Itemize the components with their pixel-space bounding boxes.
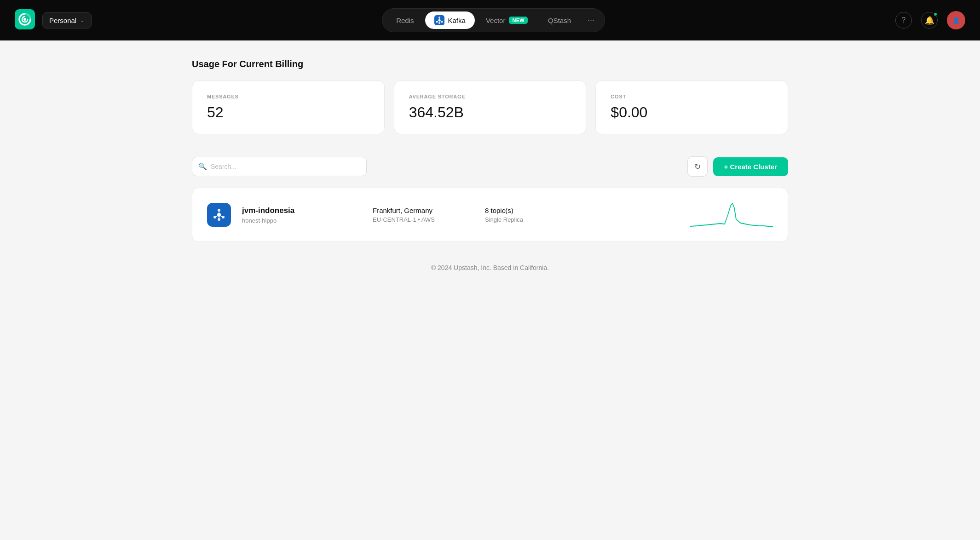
more-button[interactable]: ··· [582,12,600,29]
cluster-logo [207,203,231,227]
cluster-chart [579,201,773,229]
cluster-location: Frankfurt, Germany EU-CENTRAL-1 • AWS [373,207,474,223]
storage-value: 364.52B [409,104,571,121]
search-wrapper: 🔍 [192,157,367,176]
toolbar: 🔍 ↻ + Create Cluster [192,156,788,177]
search-input[interactable] [192,157,367,176]
svg-point-14 [218,218,220,221]
nav-tabs: Redis Kafka [382,8,605,32]
cluster-location-sub: EU-CENTRAL-1 • AWS [373,216,474,223]
svg-point-15 [213,216,216,218]
avatar[interactable]: 👤 [947,11,965,29]
storage-label: AVERAGE STORAGE [409,94,571,99]
qstash-tab-label: QStash [548,17,571,24]
cost-value: $0.00 [611,104,773,121]
help-icon: ? [902,16,906,24]
create-cluster-button[interactable]: + Create Cluster [713,157,788,176]
billing-title: Usage For Current Billing [192,59,788,69]
cluster-info: jvm-indonesia honest-hippo [242,206,362,224]
billing-cards: MESSAGES 52 AVERAGE STORAGE 364.52B COST… [192,80,788,134]
navbar-left: Personal ⌄ [15,9,92,31]
svg-point-12 [217,213,221,217]
cluster-topics: 8 topic(s) Single Replica [485,207,568,223]
kafka-tab-label: Kafka [448,17,466,24]
cluster-list: jvm-indonesia honest-hippo Frankfurt, Ge… [192,188,788,242]
avatar-initials: 👤 [952,17,960,24]
billing-card-cost: COST $0.00 [595,80,788,134]
notification-dot [933,12,938,17]
cost-label: COST [611,94,773,99]
logo[interactable] [15,9,35,31]
new-badge: NEW [509,17,528,24]
help-button[interactable]: ? [895,12,912,29]
notifications-button[interactable]: 🔔 [921,12,938,29]
cluster-kafka-icon [212,207,226,222]
cluster-sub: honest-hippo [242,217,362,224]
workspace-label: Personal [49,17,76,24]
messages-value: 52 [207,104,369,121]
svg-point-3 [438,19,440,22]
footer-text: © 2024 Upstash, Inc. Based in California… [431,264,549,271]
refresh-icon: ↻ [694,162,701,172]
billing-card-messages: MESSAGES 52 [192,80,385,134]
refresh-button[interactable]: ↻ [687,156,708,177]
tab-redis[interactable]: Redis [387,13,423,28]
billing-section: Usage For Current Billing MESSAGES 52 AV… [192,59,788,134]
navbar-right: ? 🔔 👤 [895,11,965,29]
redis-tab-label: Redis [396,17,414,24]
create-cluster-label: + Create Cluster [724,163,777,171]
svg-line-19 [216,216,218,217]
main-content: Usage For Current Billing MESSAGES 52 AV… [168,40,812,304]
cluster-topics-main: 8 topic(s) [485,207,568,214]
cluster-location-main: Frankfurt, Germany [373,207,474,214]
workspace-selector[interactable]: Personal ⌄ [42,12,92,29]
spark-line-chart [690,201,773,229]
billing-card-storage: AVERAGE STORAGE 364.52B [394,80,587,134]
tab-kafka[interactable]: Kafka [425,11,475,29]
svg-line-20 [220,216,222,217]
svg-point-13 [218,209,220,212]
navbar: Personal ⌄ Redis [0,0,980,40]
footer: © 2024 Upstash, Inc. Based in California… [192,242,788,286]
vector-tab-label: Vector [486,17,506,24]
kafka-icon [434,15,444,25]
bell-icon: 🔔 [925,16,934,25]
cluster-name: jvm-indonesia [242,206,362,215]
tab-vector[interactable]: Vector NEW [477,13,537,28]
tab-qstash[interactable]: QStash [539,13,580,28]
navbar-center: Redis Kafka [103,8,884,32]
messages-label: MESSAGES [207,94,369,99]
cluster-card[interactable]: jvm-indonesia honest-hippo Frankfurt, Ge… [192,188,788,242]
svg-point-5 [438,22,440,24]
svg-point-1 [23,18,26,21]
svg-point-16 [222,216,225,218]
toolbar-right: ↻ + Create Cluster [687,156,788,177]
chevron-down-icon: ⌄ [80,17,85,23]
search-icon: 🔍 [198,162,207,171]
cluster-topics-sub: Single Replica [485,216,568,223]
svg-point-4 [438,17,440,18]
